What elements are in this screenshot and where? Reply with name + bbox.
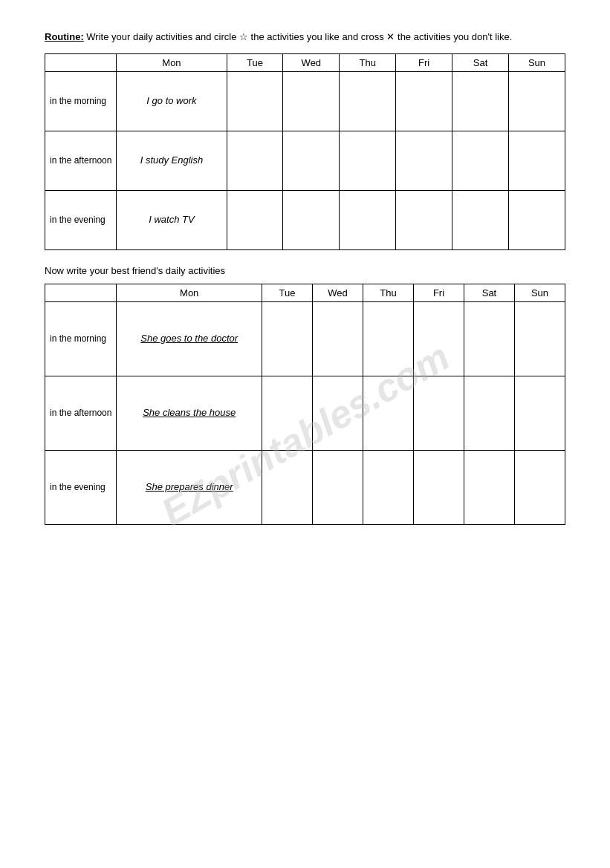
- cell-text: I go to work: [146, 95, 196, 106]
- table-row: in the evening I watch TV: [45, 190, 565, 249]
- cell-sun-evening-1: [509, 190, 565, 249]
- table-row: in the morning I go to work: [45, 71, 565, 131]
- cell-sun-morning-2: [514, 301, 565, 376]
- cell-wed-evening-2: [312, 450, 363, 524]
- row-label-evening-2: in the evening: [45, 450, 117, 524]
- row-label-afternoon-1: in the afternoon: [45, 131, 117, 190]
- cell-sat-morning-1: [452, 71, 509, 131]
- cell-sun-afternoon-1: [509, 131, 565, 190]
- row-label-morning-2: in the morning: [45, 301, 117, 376]
- cell-thu-morning-1: [340, 71, 396, 131]
- table-row: in the evening She prepares dinner: [45, 450, 565, 524]
- cell-fri-evening-2: [413, 450, 464, 524]
- cell-sat-afternoon-1: [452, 131, 509, 190]
- cell-tue-evening-1: [227, 190, 283, 249]
- header-mon-1: Mon: [117, 53, 227, 71]
- cell-mon-morning-2: She goes to the doctor: [117, 301, 262, 376]
- cell-thu-evening-1: [340, 190, 396, 249]
- header-tue-2: Tue: [262, 284, 312, 301]
- cell-tue-afternoon-2: [262, 376, 312, 450]
- cell-mon-morning-1: I go to work: [117, 71, 227, 131]
- cell-sun-morning-1: [509, 71, 565, 131]
- cell-tue-evening-2: [262, 450, 312, 524]
- header-tue-1: Tue: [227, 53, 283, 71]
- cell-wed-morning-2: [312, 301, 363, 376]
- cell-fri-afternoon-2: [413, 376, 464, 450]
- header-fri-1: Fri: [396, 53, 452, 71]
- routine-table: Mon Tue Wed Thu Fri Sat Sun in the morni…: [45, 53, 565, 250]
- table-row: in the afternoon I study English: [45, 131, 565, 190]
- cell-text: I study English: [140, 154, 204, 166]
- cell-wed-morning-1: [283, 71, 340, 131]
- header-empty-2: [45, 284, 117, 301]
- instruction-label: Routine:: [45, 31, 84, 42]
- header-mon-2: Mon: [117, 284, 262, 301]
- cell-sat-evening-2: [464, 450, 514, 524]
- cell-thu-evening-2: [363, 450, 413, 524]
- cell-text: She goes to the doctor: [140, 333, 238, 344]
- header-wed-1: Wed: [283, 53, 340, 71]
- section2-label: Now write your best friend's daily activ…: [45, 265, 565, 276]
- cell-tue-morning-1: [227, 71, 283, 131]
- header-wed-2: Wed: [312, 284, 363, 301]
- header-sat-1: Sat: [452, 53, 509, 71]
- header-sat-2: Sat: [464, 284, 514, 301]
- row-label-afternoon-2: in the afternoon: [45, 376, 117, 450]
- cell-sat-evening-1: [452, 190, 509, 249]
- cell-sat-afternoon-2: [464, 376, 514, 450]
- instruction-body: Write your daily activities and circle ☆…: [84, 31, 513, 42]
- cell-tue-morning-2: [262, 301, 312, 376]
- cell-wed-afternoon-1: [283, 131, 340, 190]
- cell-wed-evening-1: [283, 190, 340, 249]
- cell-text: I watch TV: [149, 214, 194, 225]
- cell-sun-afternoon-2: [514, 376, 565, 450]
- header-fri-2: Fri: [413, 284, 464, 301]
- header-empty: [45, 53, 117, 71]
- cell-fri-morning-2: [413, 301, 464, 376]
- cell-text: She cleans the house: [143, 407, 236, 418]
- cell-fri-morning-1: [396, 71, 452, 131]
- cell-wed-afternoon-2: [312, 376, 363, 450]
- cell-fri-evening-1: [396, 190, 452, 249]
- cell-mon-evening-1: I watch TV: [117, 190, 227, 249]
- row-label-morning-1: in the morning: [45, 71, 117, 131]
- cell-sat-morning-2: [464, 301, 514, 376]
- table-row: in the afternoon She cleans the house: [45, 376, 565, 450]
- cell-mon-evening-2: She prepares dinner: [117, 450, 262, 524]
- cell-sun-evening-2: [514, 450, 565, 524]
- cell-mon-afternoon-1: I study English: [117, 131, 227, 190]
- cell-tue-afternoon-1: [227, 131, 283, 190]
- header-sun-2: Sun: [514, 284, 565, 301]
- cell-thu-afternoon-1: [340, 131, 396, 190]
- cell-text: She prepares dinner: [146, 481, 233, 492]
- header-sun-1: Sun: [509, 53, 565, 71]
- cell-mon-afternoon-2: She cleans the house: [117, 376, 262, 450]
- row-label-evening-1: in the evening: [45, 190, 117, 249]
- cell-thu-morning-2: [363, 301, 413, 376]
- instruction-text: Routine: Write your daily activities and…: [45, 30, 550, 45]
- header-thu-2: Thu: [363, 284, 413, 301]
- table-row: in the morning She goes to the doctor: [45, 301, 565, 376]
- friends-table: Mon Tue Wed Thu Fri Sat Sun in the morni…: [45, 284, 565, 525]
- cell-fri-afternoon-1: [396, 131, 452, 190]
- header-thu-1: Thu: [340, 53, 396, 71]
- cell-thu-afternoon-2: [363, 376, 413, 450]
